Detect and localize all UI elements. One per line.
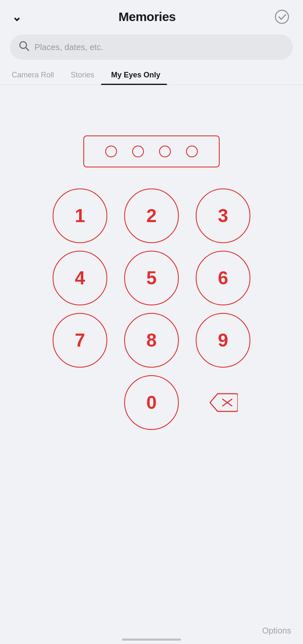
key-5[interactable]: 5	[124, 251, 179, 305]
keypad: 1 2 3 4 5 6 7 8 9 0	[0, 188, 303, 430]
backspace-icon	[208, 392, 238, 413]
pin-dot-1	[105, 146, 117, 157]
key-6[interactable]: 6	[196, 251, 250, 305]
key-1[interactable]: 1	[53, 188, 107, 243]
search-bar[interactable]: Places, dates, etc.	[10, 34, 293, 60]
page-title: Memories	[118, 10, 175, 24]
key-empty	[53, 375, 107, 430]
options-button[interactable]: Options	[262, 626, 291, 636]
tab-my-eyes-only[interactable]: My Eyes Only	[101, 66, 167, 85]
back-chevron[interactable]: ⌄	[12, 10, 21, 24]
key-8[interactable]: 8	[124, 313, 179, 368]
header: ⌄ Memories	[0, 0, 303, 31]
pin-dot-4	[186, 146, 198, 157]
pin-entry-area: 1 2 3 4 5 6 7 8 9 0	[0, 85, 303, 443]
search-placeholder: Places, dates, etc.	[35, 42, 103, 52]
keypad-row-2: 4 5 6	[53, 251, 250, 305]
delete-button[interactable]	[196, 375, 250, 430]
key-3[interactable]: 3	[196, 188, 250, 243]
tabs-container: Camera Roll Stories My Eyes Only	[0, 66, 303, 85]
tab-stories[interactable]: Stories	[61, 66, 101, 85]
tab-camera-roll[interactable]: Camera Roll	[10, 66, 61, 85]
svg-line-2	[26, 48, 29, 50]
keypad-row-4: 0	[53, 375, 250, 430]
pin-dots-container	[83, 135, 220, 167]
keypad-row-3: 7 8 9	[53, 313, 250, 368]
search-bar-container: Places, dates, etc.	[0, 31, 303, 66]
search-icon	[19, 40, 29, 54]
pin-dot-3	[159, 146, 171, 157]
key-2[interactable]: 2	[124, 188, 179, 243]
check-button[interactable]	[273, 8, 291, 26]
key-4[interactable]: 4	[53, 251, 107, 305]
pin-dot-2	[132, 146, 144, 157]
key-7[interactable]: 7	[53, 313, 107, 368]
key-9[interactable]: 9	[196, 313, 250, 368]
key-0[interactable]: 0	[124, 375, 179, 430]
svg-point-0	[275, 10, 288, 23]
home-indicator	[122, 639, 181, 641]
keypad-row-1: 1 2 3	[53, 188, 250, 243]
check-circle-icon	[274, 9, 290, 25]
